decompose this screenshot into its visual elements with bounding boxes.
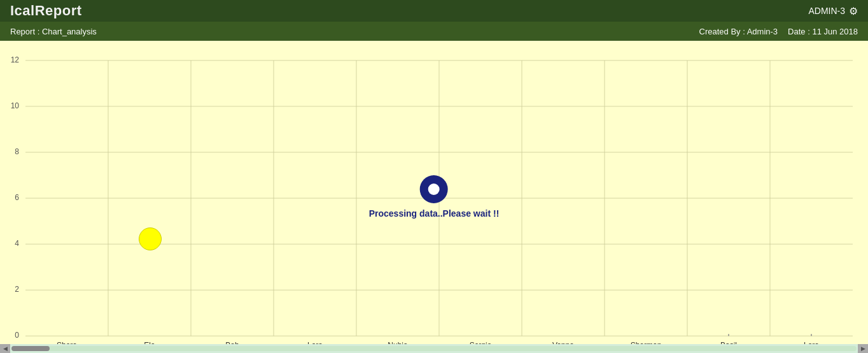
svg-text:2: 2 [15,285,19,294]
date-info: Date : 11 Jun 2018 [788,27,858,36]
svg-text:8: 8 [15,147,19,156]
subheader: Report : Chart_analysis Created By : Adm… [0,22,868,41]
user-area: ADMIN-3 ⚙ [808,5,858,17]
app-logo: IcalReport [10,3,82,19]
processing-overlay: Processing data..Please wait !! [369,175,500,219]
report-label: Report : [10,27,39,36]
report-info: Report : Chart_analysis [10,27,97,36]
data-point-ela [139,227,162,250]
scroll-right-button[interactable]: ▶ [858,344,868,353]
svg-text:0: 0 [15,331,19,340]
svg-text:6: 6 [15,193,19,202]
username-label: ADMIN-3 [808,6,845,16]
created-by-label: Created By : Admin-3 [699,27,778,36]
loading-spinner [420,175,448,203]
horizontal-scrollbar[interactable]: ◀ ▶ [0,344,868,353]
svg-text:10: 10 [11,101,20,110]
app-header: IcalReport ADMIN-3 ⚙ [0,0,868,22]
gear-icon[interactable]: ⚙ [849,5,858,17]
created-by-key: Created By : [699,27,745,36]
spinner-inner [428,184,440,195]
chart-container: EmployeeID 0 2 4 6 8 10 12 [0,41,868,353]
date-value: 11 Jun 2018 [812,27,858,36]
scroll-thumb[interactable] [11,346,50,351]
scroll-track[interactable] [11,346,857,351]
created-by-value: Admin-3 [747,27,778,36]
meta-info: Created By : Admin-3 Date : 11 Jun 2018 [699,27,858,36]
processing-text: Processing data..Please wait !! [369,208,500,219]
svg-text:12: 12 [11,55,20,64]
svg-text:4: 4 [15,239,19,248]
report-value: Chart_analysis [42,27,97,36]
scroll-left-button[interactable]: ◀ [0,344,10,353]
date-label: Date : [788,27,810,36]
